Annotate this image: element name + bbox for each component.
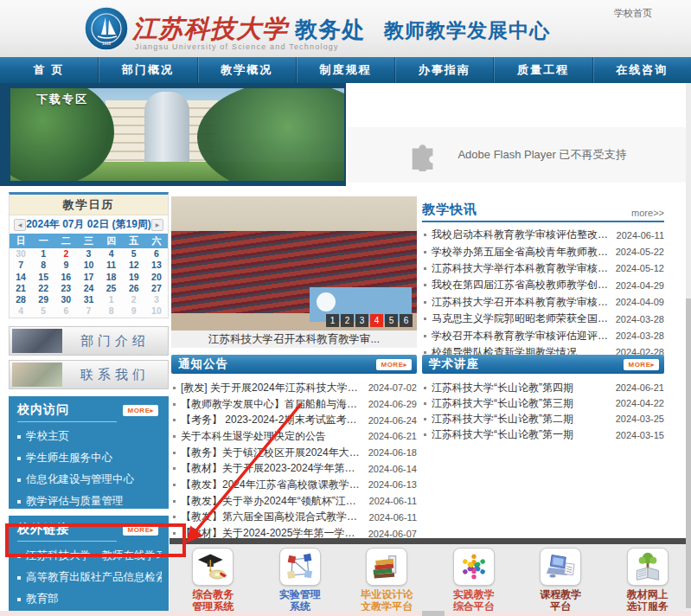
system-shortcut[interactable]: 毕业设计论文教学平台 xyxy=(346,548,427,613)
system-icon-tile[interactable] xyxy=(453,548,495,586)
campus-link-item[interactable]: 教学评估与质量管理 xyxy=(17,491,162,512)
svg-text:1933: 1933 xyxy=(102,42,112,46)
carousel-page-button[interactable]: 1 xyxy=(326,314,339,327)
campus-link-item[interactable]: 学生师生服务中心 xyxy=(17,447,162,469)
notice-item[interactable]: 【教发】2024年江苏省高校微课教学比赛推...2024-06-13 xyxy=(171,477,417,493)
contact-us-banner[interactable]: 联系我们 xyxy=(9,360,169,389)
bullet-icon xyxy=(173,516,176,518)
bullet-icon xyxy=(17,500,21,504)
notices-more-button[interactable]: MORE▸ xyxy=(376,359,412,370)
system-icon-tile[interactable] xyxy=(540,548,581,586)
weekday-label: 五 xyxy=(123,234,145,248)
calendar-day: 8 xyxy=(100,305,123,317)
campus-link-item[interactable]: 学校主页 xyxy=(17,426,162,447)
calendar-day: 17 xyxy=(77,272,99,283)
dept-intro-label: 部门介绍 xyxy=(62,333,168,350)
news-item[interactable]: 学校举办第五届全省高校青年教师教学竞赛...2024-05-22 xyxy=(422,243,664,260)
flash-notice-box: Adobe Flash Player 已不再受支持 xyxy=(348,127,687,183)
system-shortcut[interactable]: 综合教务管理系统 xyxy=(172,548,253,613)
external-link-item[interactable]: 教育部 xyxy=(17,588,162,610)
bullet-icon xyxy=(424,402,426,405)
puzzle-piece-icon xyxy=(407,138,440,171)
notice-item[interactable]: 【教发】第六届全国高校混合式教学设计创...2024-06-11 xyxy=(171,510,417,526)
system-label: 课程教学平台 xyxy=(540,588,581,613)
scrollbar-thumb[interactable] xyxy=(686,298,691,608)
nav-item[interactable]: 质量工程 xyxy=(493,57,592,83)
carousel-page-button[interactable]: 4 xyxy=(370,314,383,327)
teaching-news-more-link[interactable]: more>> xyxy=(631,208,664,218)
calendar-day: 10 xyxy=(145,305,168,317)
notice-item[interactable]: 【教务】关于镇江校区开展2024年大类专业...2024-06-18 xyxy=(171,445,417,461)
carousel-page-button[interactable]: 3 xyxy=(355,314,368,327)
nav-item[interactable]: 教学概况 xyxy=(197,57,296,83)
news-item[interactable]: 我校启动本科教育教学审核评估整改工作2024-06-11 xyxy=(422,227,664,243)
carousel-pagination: 123456 xyxy=(326,314,413,327)
contact-us-label: 联系我们 xyxy=(62,367,168,383)
notice-item[interactable]: [教发] 关于开展2024年江苏科技大学青年...2024-07-02 xyxy=(171,380,417,396)
notice-item[interactable]: 【教发】关于举办2024年“领航杯”江苏省...2024-06-11 xyxy=(171,493,417,510)
campus-links-more-button[interactable]: MORE▸ xyxy=(123,405,158,416)
news-item[interactable]: 江苏科技大学举行本科教育教学审核评估专...2024-05-12 xyxy=(422,260,664,277)
carousel-photo[interactable] xyxy=(171,196,417,330)
system-icon-tile[interactable] xyxy=(279,548,321,586)
calendar-day: 19 xyxy=(123,272,145,283)
external-link-item[interactable]: 高等教育出版社产品信息检索系统 xyxy=(17,567,162,588)
lecture-item[interactable]: 江苏科技大学“长山论教”第四期2024-06-21 xyxy=(422,380,664,395)
system-icon-tile[interactable] xyxy=(192,548,234,586)
system-shortcut[interactable]: 课程教学平台 xyxy=(520,548,601,613)
system-shortcut[interactable]: 实践教学综合平台 xyxy=(433,548,515,613)
calendar-day: 24 xyxy=(77,283,99,294)
download-zone-link[interactable]: 下载专区 xyxy=(36,92,88,107)
carousel-page-button[interactable]: 2 xyxy=(341,314,354,327)
system-icon-tile[interactable] xyxy=(366,548,407,586)
bullet-icon xyxy=(173,452,176,454)
news-carousel[interactable]: 123456 江苏科技大学召开本科教育教学审... xyxy=(171,196,417,348)
notice-item[interactable]: 【教师教学发展中心】首届船舶与海洋工程...2024-06-29 xyxy=(171,396,417,413)
bullet-icon xyxy=(17,598,21,601)
calendar-day: 5 xyxy=(123,248,145,260)
news-item[interactable]: 江苏科技大学召开本科教育教学审核评估启...2024-04-09 xyxy=(422,294,664,311)
horizontal-scrollbar-thumb[interactable] xyxy=(422,611,445,616)
teaching-calendar: 教学日历 ◀ 2024年 07月 02日 (第19周) ▶ 日一二三四五六 30… xyxy=(9,192,169,318)
calendar-day: 10 xyxy=(77,260,99,271)
dept-intro-banner[interactable]: 部门介绍 xyxy=(9,326,169,356)
nav-item[interactable]: 部门概况 xyxy=(98,57,196,83)
calendar-day: 3 xyxy=(77,248,99,260)
contact-us-photo xyxy=(12,363,62,387)
lectures-title: 学术讲座 xyxy=(429,356,624,372)
external-links-more-button[interactable]: MORE▸ xyxy=(123,524,158,536)
school-home-link[interactable]: 学校首页 xyxy=(614,7,652,20)
calendar-prev-button[interactable]: ◀ xyxy=(14,219,26,231)
carousel-page-button[interactable]: 6 xyxy=(400,314,413,327)
calendar-day: 5 xyxy=(32,305,54,317)
calendar-day: 11 xyxy=(100,260,123,271)
nav-item[interactable]: 在线咨询 xyxy=(592,57,691,83)
nav-item[interactable]: 办事指南 xyxy=(394,57,493,83)
notice-item[interactable]: 【教材】关于开展2023-2024学年第二学期...2024-06-14 xyxy=(171,460,417,477)
lecture-item[interactable]: 江苏科技大学“长山论教”第二期2024-03-25 xyxy=(422,411,664,427)
calendar-weekday-row: 日一二三四五六 xyxy=(10,234,168,248)
news-item[interactable]: 我校在第四届江苏省高校教师教学创新大赛...2024-04-29 xyxy=(422,277,664,293)
system-icon xyxy=(371,551,402,582)
news-item[interactable]: 学校召开本科教育教学审核评估迎评专题...2024-03-28 xyxy=(422,327,664,343)
bullet-icon xyxy=(17,435,21,439)
carousel-caption[interactable]: 江苏科技大学召开本科教育教学审... xyxy=(171,330,417,348)
notice-item[interactable]: 关于本科生退学处理决定的公告2024-06-21 xyxy=(171,428,417,445)
nav-item[interactable]: 制度规程 xyxy=(296,57,394,83)
campus-link-item[interactable]: 信息化建设与管理中心 xyxy=(17,469,162,491)
nav-item[interactable]: 首 页 xyxy=(0,57,98,83)
system-icon-tile[interactable] xyxy=(627,548,669,586)
lecture-item[interactable]: 江苏科技大学“长山论教”第一期2024-03-15 xyxy=(422,427,664,443)
carousel-page-button[interactable]: 5 xyxy=(385,314,398,327)
calendar-next-button[interactable]: ▶ xyxy=(151,219,163,231)
notices-list: [教发] 关于开展2024年江苏科技大学青年...2024-07-02 【教师教… xyxy=(171,374,417,542)
system-shortcut[interactable]: 实验管理系统 xyxy=(259,548,341,613)
external-links-list: 江苏科技大学—教师在线学习中心 高等教育出版社产品信息检索系统 教育部 教育部高… xyxy=(9,542,169,616)
news-item[interactable]: 马克思主义学院郭昭昭老师荣获全国高校思...2024-03-28 xyxy=(422,311,664,327)
external-link-item[interactable]: 江苏科技大学—教师在线学习中心 xyxy=(17,545,162,567)
lecture-item[interactable]: 江苏科技大学“长山论教”第三期2024-04-22 xyxy=(422,395,664,411)
system-shortcut[interactable]: 教材网上选订服务 xyxy=(607,548,688,613)
notice-item[interactable]: 【考务】 2023-2024-2期末考试监考班车安...2024-06-24 xyxy=(171,412,417,428)
weekday-label: 四 xyxy=(100,234,123,248)
lectures-more-button[interactable]: MORE▸ xyxy=(624,359,659,370)
